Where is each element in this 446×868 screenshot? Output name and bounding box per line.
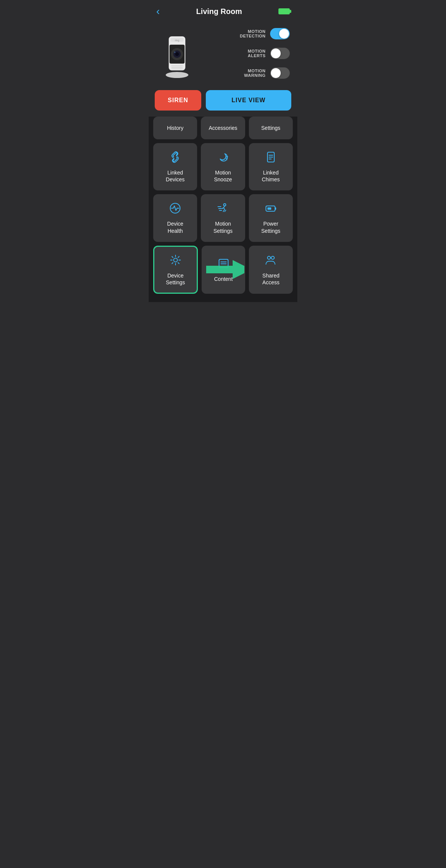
svg-point-8 [174,51,176,53]
motion-settings-cell[interactable]: MotionSettings [201,194,245,242]
motion-alerts-row: MOTION ALERTS [205,48,290,59]
linked-chimes-cell[interactable]: LinkedChimes [249,143,293,190]
header: ‹ Living Room [149,0,297,20]
device-settings-cell[interactable]: DeviceSettings [153,246,198,294]
svg-rect-25 [267,207,271,210]
motion-detection-label: MOTION DETECTION [240,29,266,38]
motion-detection-row: MOTION DETECTION [205,28,290,39]
device-settings-label: DeviceSettings [166,272,185,286]
siren-button[interactable]: SIREN [155,90,201,111]
grid-row-3: DeviceSettings Content [153,246,293,294]
grid-section: History Accessories Settings LinkedDevic… [149,117,297,302]
motion-warning-row: MOTION WARNING [205,67,290,79]
battery-settings-icon [264,202,277,217]
link-icon [169,151,182,165]
partial-row: History Accessories Settings [153,117,293,139]
svg-point-0 [166,72,188,78]
settings-cell[interactable]: Settings [249,117,293,139]
svg-marker-30 [206,260,245,279]
content-cell[interactable]: Content [202,246,246,294]
motion-detection-toggle[interactable] [270,28,290,39]
shared-access-cell[interactable]: SharedAccess [249,246,293,294]
moon-icon [216,151,229,165]
grid-row-2: DeviceHealth MotionSettings [153,194,293,242]
svg-point-31 [267,256,270,259]
svg-point-32 [271,256,274,259]
gear-icon [169,254,182,268]
svg-text:ring: ring [175,39,179,42]
grid-row-1: LinkedDevices MotionSnooze [153,143,293,190]
back-button[interactable]: ‹ [156,6,160,17]
accessories-cell[interactable]: Accessories [201,117,245,139]
doc-icon [264,151,277,165]
live-view-button[interactable]: LIVE VIEW [206,90,291,111]
motion-snooze-label: MotionSnooze [214,169,232,183]
history-cell[interactable]: History [153,117,197,139]
page-title: Living Room [196,7,242,16]
health-icon [169,202,182,217]
camera-section: ring MOTION DETECTION [149,20,297,83]
motion-warning-toggle[interactable] [270,67,290,79]
linked-chimes-label: LinkedChimes [262,169,280,183]
shared-access-label: SharedAccess [263,272,280,286]
svg-rect-26 [275,207,276,210]
battery-icon [278,8,290,14]
svg-point-7 [175,52,179,56]
power-settings-label: PowerSettings [261,220,281,234]
linked-devices-label: LinkedDevices [166,169,185,183]
action-buttons: SIREN LIVE VIEW [149,83,297,117]
linked-devices-cell[interactable]: LinkedDevices [153,143,197,190]
svg-point-27 [174,258,177,262]
motion-settings-label: MotionSettings [213,220,233,234]
camera-image: ring [156,29,198,78]
toggle-controls: MOTION DETECTION MOTION ALERTS MOTION WA… [205,28,290,79]
device-health-cell[interactable]: DeviceHealth [153,194,197,242]
power-settings-cell[interactable]: PowerSettings [249,194,293,242]
motion-icon [216,202,229,217]
motion-snooze-cell[interactable]: MotionSnooze [201,143,245,190]
arrow-overlay [206,258,245,281]
device-health-label: DeviceHealth [167,220,183,234]
people-icon [264,254,277,268]
motion-alerts-toggle[interactable] [270,48,290,59]
motion-warning-label: MOTION WARNING [244,69,266,78]
motion-alerts-label: MOTION ALERTS [248,49,266,58]
